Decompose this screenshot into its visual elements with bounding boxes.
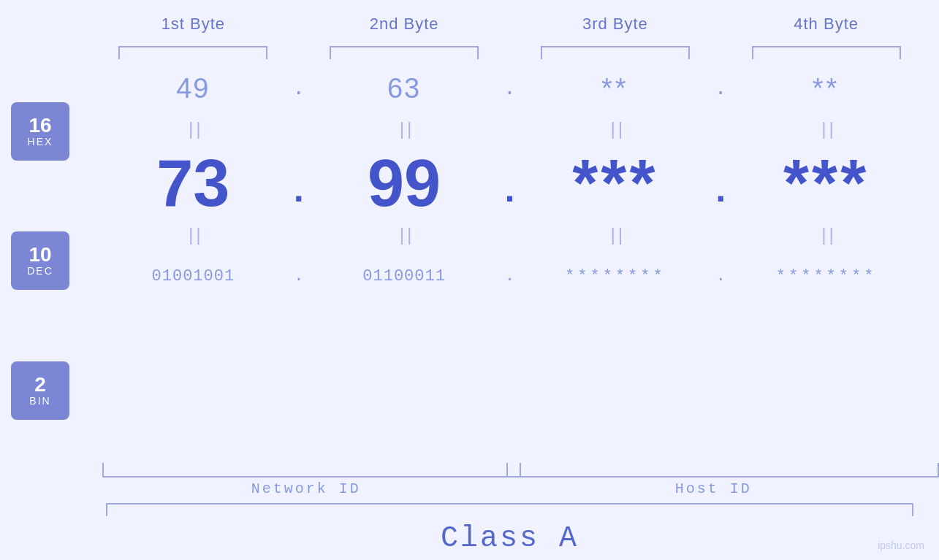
hex-byte3: ** — [601, 73, 629, 104]
dec-dot1: . — [288, 171, 310, 212]
hex-byte1: 49 — [176, 73, 210, 104]
sep1-byte2: || — [397, 120, 412, 140]
header-row: 1st Byte 2nd Byte 3rd Byte 4th Byte — [102, 0, 939, 34]
sep2-byte3: || — [607, 226, 623, 246]
host-bracket — [506, 463, 940, 477]
dec-dot3: . — [710, 171, 731, 212]
watermark: ipshu.com — [878, 540, 924, 551]
network-id-label: Network ID — [251, 480, 361, 497]
hex-dot2: . — [503, 77, 516, 100]
dec-dot2: . — [498, 171, 520, 212]
byte1-header: 1st Byte — [102, 15, 284, 34]
host-id-label: Host ID — [675, 480, 752, 497]
bin-dot3: . — [716, 267, 726, 285]
sep1-byte3: || — [607, 120, 623, 140]
bin-byte1: 01001001 — [152, 267, 235, 285]
sep2-byte4: || — [818, 226, 834, 246]
byte3-header: 3rd Byte — [525, 15, 707, 34]
bin-badge: 2 BIN — [11, 361, 69, 420]
hex-dot3: . — [715, 77, 727, 100]
main-container: 1st Byte 2nd Byte 3rd Byte 4th Byte 16 — [0, 0, 939, 560]
network-bracket — [102, 463, 521, 477]
hex-badge: 16 HEX — [11, 102, 69, 161]
class-bracket-top — [106, 503, 913, 516]
dec-badge: 10 DEC — [11, 231, 69, 290]
bin-dot2: . — [505, 267, 514, 285]
bin-byte2: 01100011 — [362, 267, 446, 285]
dec-byte4: *** — [783, 150, 869, 216]
bin-byte3: ******** — [565, 267, 666, 285]
hex-byte4: ** — [813, 73, 840, 104]
sep2-byte1: || — [186, 226, 201, 246]
sep1-byte4: || — [818, 120, 834, 140]
byte4-header: 4th Byte — [735, 15, 917, 34]
class-label: Class A — [441, 522, 579, 555]
sep2-byte2: || — [397, 226, 412, 246]
dec-byte3: *** — [572, 150, 658, 216]
sep1-byte1: || — [186, 120, 201, 140]
bin-dot1: . — [294, 267, 303, 285]
bin-byte4: ******** — [776, 267, 877, 285]
hex-dot1: . — [292, 77, 305, 100]
dec-byte1: 73 — [156, 150, 229, 216]
dec-byte2: 99 — [368, 150, 441, 216]
byte2-header: 2nd Byte — [313, 15, 495, 34]
hex-byte2: 63 — [387, 73, 421, 104]
